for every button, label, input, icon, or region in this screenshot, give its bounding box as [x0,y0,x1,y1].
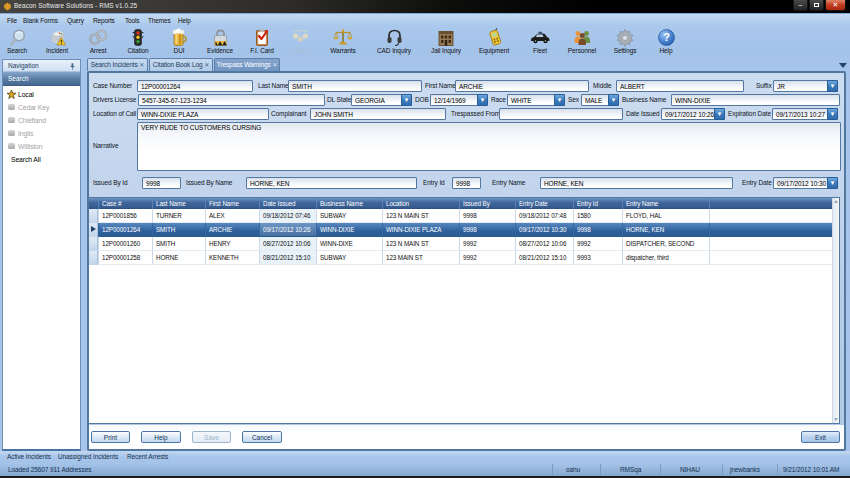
svg-text:?: ? [663,31,670,43]
